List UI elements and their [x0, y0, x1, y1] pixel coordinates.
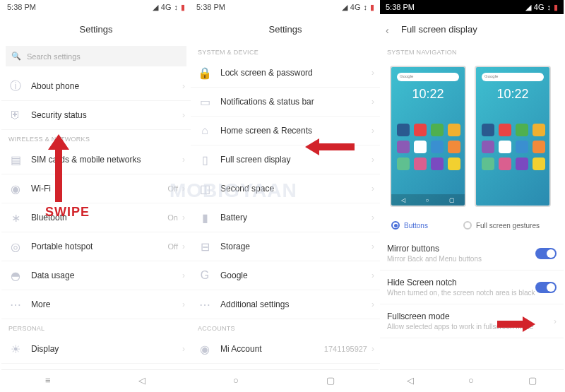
search-icon: 🔍: [11, 52, 21, 61]
storage-icon: ⊟: [198, 239, 212, 254]
svg-marker-2: [497, 316, 535, 332]
section-wireless: WIRELESS & NETWORKS: [1, 130, 191, 145]
row-google[interactable]: GGoogle›: [191, 261, 380, 290]
row-wifi[interactable]: ◉Wi-FiOff›: [1, 174, 191, 203]
row-notifications[interactable]: ▭Notifications & status bar›: [191, 88, 380, 117]
row-bluetooth[interactable]: ∗BluetoothOn›: [1, 203, 191, 232]
annotation-arrow-right: [497, 316, 535, 335]
chevron-right-icon: ›: [182, 110, 185, 120]
notif-icon: ▭: [198, 95, 212, 109]
home-icon: ⌂: [198, 124, 212, 138]
row-battery[interactable]: ▮Battery›: [191, 203, 380, 232]
mi-icon: ◉: [198, 342, 212, 356]
back-icon[interactable]: ‹: [386, 25, 389, 36]
status-bar: 5:38 PM ◢ 4G ↕ ▮: [1, 0, 191, 14]
row-display[interactable]: ☀Display›: [1, 335, 191, 364]
radio-buttons[interactable]: Buttons: [391, 221, 428, 230]
hotspot-icon: ◎: [8, 239, 23, 254]
preview-buttons[interactable]: Google 10:22 ◁○▢: [390, 66, 466, 207]
additional-icon: ⋯: [198, 297, 212, 311]
section-system: SYSTEM & DEVICE: [191, 43, 380, 59]
battery-icon: ▮: [181, 3, 185, 12]
row-more[interactable]: ⋯More›: [1, 290, 191, 319]
status-time: 5:38 PM: [7, 3, 36, 11]
settings-pane-2: 5:38 PM ◢4G↕▮ Settings SYSTEM & DEVICE 🔒…: [191, 0, 380, 392]
nav-back-icon[interactable]: ◁: [138, 375, 145, 386]
toggle-hide-notch[interactable]: [535, 282, 557, 293]
row-security-status[interactable]: ⛨ Security status ›: [1, 101, 191, 130]
arrows-icon: ↕: [174, 3, 179, 11]
status-bar: 5:38 PM ◢4G↕▮: [380, 0, 564, 14]
page-title: Settings: [1, 14, 191, 43]
nav-mode-radios: Buttons Full screen gestures: [380, 214, 564, 237]
android-navbar: ◁ ○ ▢: [380, 369, 564, 391]
chevron-right-icon: ›: [554, 316, 557, 326]
nav-back-icon[interactable]: ◁: [407, 375, 414, 386]
row-data[interactable]: ◓Data usage›: [1, 261, 191, 290]
wifi-icon: ◉: [8, 182, 23, 196]
row-hotspot[interactable]: ◎Portable hotspotOff›: [1, 232, 191, 261]
section-personal: PERSONAL: [1, 319, 191, 335]
row-additional[interactable]: ⋯Additional settings›: [191, 290, 380, 319]
row-lockscreen[interactable]: 🔒Lock screen & password›: [191, 59, 380, 88]
info-icon: ⓘ: [8, 79, 23, 93]
row-storage[interactable]: ⊟Storage›: [191, 232, 380, 261]
signal-icon: ◢: [153, 3, 158, 12]
row-second-space[interactable]: ◫Second space›: [191, 174, 380, 203]
google-icon: G: [198, 268, 212, 283]
display-icon: ☀: [8, 342, 23, 356]
row-fullscreen-mode[interactable]: Fullscreen modeAllow selected apps to wo…: [380, 304, 564, 338]
section-accounts: ACCOUNTS: [191, 319, 380, 335]
status-bar: 5:38 PM ◢4G↕▮: [191, 0, 380, 14]
toggle-mirror[interactable]: [535, 248, 557, 259]
row-mi-account[interactable]: ◉Mi Account1741195927›: [191, 335, 380, 364]
nav-menu-icon[interactable]: ≡: [45, 375, 51, 386]
row-mirror-buttons[interactable]: Mirror buttonsMirror Back and Menu butto…: [380, 237, 564, 271]
page-title: ‹ Full screen display: [380, 14, 564, 43]
svg-marker-1: [305, 138, 355, 155]
nav-home-icon[interactable]: ○: [468, 375, 474, 386]
second-icon: ◫: [198, 182, 212, 196]
lock-icon: 🔒: [198, 66, 212, 80]
search-input[interactable]: 🔍 Search settings: [6, 46, 186, 66]
settings-pane-1: 5:38 PM ◢ 4G ↕ ▮ Settings 🔍 Search setti…: [1, 0, 191, 392]
shield-icon: ⛨: [8, 108, 23, 122]
more-icon: ⋯: [8, 297, 23, 311]
annotation-arrow-left: [305, 138, 355, 158]
radio-off-icon: [463, 221, 472, 230]
nav-recents-icon[interactable]: ▢: [528, 375, 537, 386]
row-sim[interactable]: ▤SIM cards & mobile networks›: [1, 145, 191, 174]
radio-gestures[interactable]: Full screen gestures: [463, 221, 540, 230]
bt-icon: ∗: [8, 210, 23, 225]
annotation-swipe-label: SWIPE: [45, 205, 90, 220]
section-nav: SYSTEM NAVIGATION: [380, 43, 564, 59]
page-title: Settings: [191, 14, 380, 43]
battery-icon: ▮: [198, 210, 212, 225]
android-navbar: ≡ ◁ ○ ▢: [1, 369, 379, 391]
data-icon: ◓: [8, 268, 23, 283]
preview-area: Google 10:22 ◁○▢ Google 10:22: [380, 59, 564, 214]
nav-recents-icon[interactable]: ▢: [326, 375, 335, 386]
nav-home-icon[interactable]: ○: [233, 375, 239, 386]
fullscreen-display-pane: 5:38 PM ◢4G↕▮ ‹ Full screen display SYST…: [380, 0, 564, 338]
status-right: ◢ 4G ↕ ▮: [153, 3, 185, 12]
row-hide-notch[interactable]: Hide Screen notchWhen turned on, the scr…: [380, 271, 564, 304]
preview-gestures[interactable]: Google 10:22: [475, 66, 551, 207]
fullscreen-icon: ▯: [198, 153, 212, 167]
row-about-phone[interactable]: ⓘ About phone ›: [1, 72, 191, 101]
chevron-right-icon: ›: [182, 81, 185, 91]
radio-on-icon: [391, 221, 400, 230]
sim-icon: ▤: [8, 153, 23, 167]
